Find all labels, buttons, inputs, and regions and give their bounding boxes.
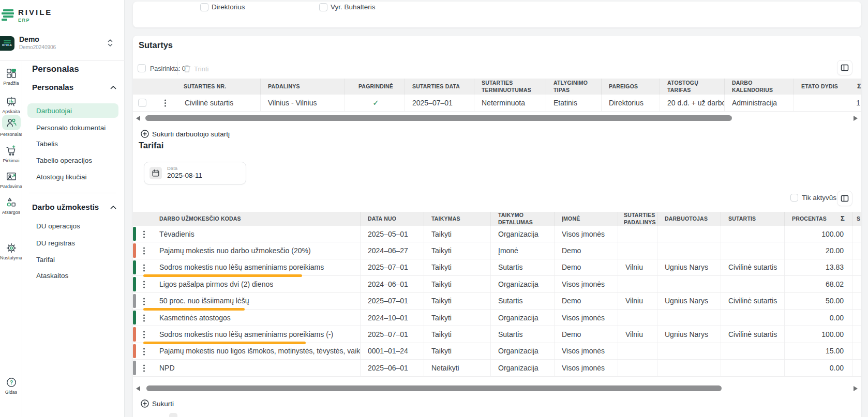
tariff-row[interactable]: Sodros mokestis nuo lėšų asmeniniams por… bbox=[133, 326, 861, 343]
row-menu-icon[interactable] bbox=[143, 267, 145, 269]
sum-icon[interactable]: Σ bbox=[857, 82, 861, 90]
col-sutarties-padalinys[interactable]: SUTARTIES PADALINYS bbox=[618, 212, 657, 226]
sidebar-item-darbuotojai[interactable]: Darbuotojai bbox=[36, 107, 72, 115]
shapes-icon bbox=[6, 197, 17, 208]
col-du-kodas[interactable]: DARBO UŽMOKESČIO KODAS bbox=[133, 212, 361, 226]
rail-item-atsargos[interactable]: Atsargos bbox=[0, 197, 22, 215]
scroll-left-arrow[interactable] bbox=[136, 116, 140, 121]
row-menu-icon[interactable] bbox=[143, 284, 145, 285]
row-menu-icon[interactable] bbox=[143, 317, 145, 319]
col-imone[interactable]: ĮMONĖ bbox=[555, 212, 618, 226]
row-menu-icon[interactable] bbox=[143, 250, 145, 252]
sutartys-scrollbar bbox=[133, 115, 861, 123]
sidebar-item-du-registras[interactable]: DU registras bbox=[36, 239, 75, 247]
rail-item-nustatymai[interactable]: Nustatymai bbox=[0, 242, 22, 260]
scroll-thumb[interactable] bbox=[145, 115, 732, 121]
tariff-padalinys bbox=[618, 242, 657, 258]
col-taikymas[interactable]: TAIKYMAS bbox=[424, 212, 491, 226]
tariff-code: Tėvadienis bbox=[159, 230, 194, 238]
tariff-procentas: 68.02 bbox=[785, 276, 852, 292]
rail-item-pardavimai[interactable]: Pardavimai bbox=[0, 171, 22, 189]
col-darbo-kalendorius[interactable]: DARBO KALENDORIUS bbox=[725, 79, 794, 95]
sutartys-columns-button[interactable] bbox=[837, 60, 852, 75]
rail-item-pradzia[interactable]: Pradžia bbox=[0, 68, 22, 86]
rail-item-apskaita[interactable]: Apskaita bbox=[0, 96, 22, 114]
rail-item-personalas[interactable]: Personalas bbox=[0, 115, 22, 137]
rail-item-gidas[interactable]: ? Gidas bbox=[0, 377, 22, 395]
col-pagrindine[interactable]: PAGRINDINĖ bbox=[345, 79, 405, 95]
col-etato-dydis[interactable]: ETATO DYDIS Σ bbox=[794, 79, 861, 95]
tariff-row[interactable]: Tėvadienis 2025–05–01 Taikyti Organizaci… bbox=[133, 226, 861, 242]
sidebar-section-darbo-uzmokestis[interactable]: Darbo užmokestis bbox=[32, 203, 116, 211]
active-only-checkbox[interactable] bbox=[790, 194, 798, 202]
col-sutartis[interactable]: SUTARTIS bbox=[721, 212, 785, 226]
svg-text:?: ? bbox=[9, 380, 12, 385]
col-clipped[interactable]: S bbox=[852, 212, 861, 226]
sidebar-item-ataskaitos[interactable]: Ataskaitos bbox=[36, 272, 68, 280]
row-checkbox[interactable] bbox=[138, 99, 146, 107]
col-darbuotojas[interactable]: DARBUOTOJAS bbox=[657, 212, 721, 226]
app-screen: RIVILE ERP RIVILE Demo Demo20240906 Prad… bbox=[0, 0, 868, 417]
create-contract-button[interactable]: Sukurti darbuotojo sutartį bbox=[141, 130, 230, 138]
col-atlyginimo-tipas[interactable]: ATLYGINIMO TIPAS bbox=[546, 79, 602, 95]
date-filter-value: 2025-08-11 bbox=[167, 172, 202, 179]
tariff-sutartis bbox=[721, 310, 785, 326]
tariff-row[interactable]: Kasmetinės atostogos 2024–10–01 Taikyti … bbox=[133, 310, 861, 326]
tariff-row[interactable]: Ligos pašalpa pirmos dvi (2) dienos 2024… bbox=[133, 276, 861, 292]
col-atostogu-tarifas[interactable]: ATOSTOGŲ TARIFAS bbox=[660, 79, 725, 95]
rail-item-pirkimai[interactable]: Pirkimai bbox=[0, 145, 22, 163]
vyr-buhalteris-checkbox[interactable] bbox=[319, 3, 327, 11]
tariff-row[interactable]: Sodros mokestis nuo lėšų asmeniniams por… bbox=[133, 259, 861, 276]
sidebar-item-tarifai[interactable]: Tarifai bbox=[36, 256, 55, 264]
tariff-row[interactable]: 50 proc. nuo išsiimamų lėšų 2025–07–01 T… bbox=[133, 293, 861, 310]
tariff-row[interactable]: NPD 2025–06–01 Netaikyti Organizacija Vi… bbox=[133, 360, 861, 376]
workspace-selector[interactable]: RIVILE Demo Demo20240906 bbox=[0, 35, 125, 56]
calendar-icon[interactable] bbox=[149, 167, 162, 179]
direktorius-checkbox[interactable] bbox=[200, 3, 208, 11]
col-pareigos[interactable]: PAREIGOS bbox=[602, 79, 660, 95]
tariff-detalumas: Sutartis bbox=[491, 326, 555, 342]
sidebar-item-atostogu-likuciai[interactable]: Atostogų likučiai bbox=[36, 173, 87, 181]
scroll-thumb[interactable] bbox=[146, 385, 722, 391]
tariff-detalumas: Sutartis bbox=[491, 259, 555, 275]
sutartys-title: Sutartys bbox=[139, 40, 173, 50]
sidebar-item-personalo-dokumentai[interactable]: Personalo dokumentai bbox=[36, 124, 106, 132]
col-data-nuo[interactable]: DATA NUO bbox=[361, 212, 424, 226]
sum-icon[interactable]: Σ bbox=[841, 214, 845, 223]
select-all-checkbox[interactable] bbox=[138, 64, 146, 72]
tariff-procentas: 15.00 bbox=[785, 343, 852, 359]
row-menu-icon[interactable] bbox=[143, 351, 145, 352]
row-menu-icon[interactable] bbox=[143, 234, 145, 235]
scroll-left-arrow[interactable] bbox=[136, 386, 140, 391]
row-menu-icon[interactable] bbox=[143, 301, 145, 302]
col-sutarties-data[interactable]: SUTARTIES DATA bbox=[405, 79, 474, 95]
sidebar-item-tabelio-operacijos[interactable]: Tabelio operacijos bbox=[36, 157, 92, 164]
scroll-right-arrow[interactable] bbox=[854, 386, 858, 391]
contract-row[interactable]: Civilinė sutartis Vilnius - Vilnius ✓ 20… bbox=[133, 95, 861, 112]
sidebar-item-du-operacijos[interactable]: DU operacijos bbox=[36, 222, 80, 230]
col-sutarties-nr[interactable]: SUTARTIES NR. bbox=[133, 79, 261, 95]
scroll-right-arrow[interactable] bbox=[854, 116, 858, 121]
row-menu-icon[interactable] bbox=[143, 334, 145, 335]
col-terminuotumas[interactable]: SUTARTIES TERMINUOTUMAS bbox=[474, 79, 546, 95]
tariff-imone: Demo bbox=[555, 242, 618, 258]
workspace-switch-icon[interactable] bbox=[107, 38, 113, 50]
row-menu-icon[interactable] bbox=[143, 367, 145, 369]
top-filter-card: Direktorius Vyr. Buhalteris bbox=[133, 2, 861, 27]
row-status-bar bbox=[133, 260, 136, 274]
sidebar-item-tabelis[interactable]: Tabelis bbox=[36, 140, 58, 148]
tariff-darbuotojas: Ugnius Narys bbox=[657, 293, 721, 309]
col-padalinys[interactable]: PADALINYS bbox=[261, 79, 345, 95]
create-tariff-button[interactable]: Sukurti bbox=[141, 399, 174, 408]
date-filter-input[interactable]: Data 2025-08-11 bbox=[144, 162, 246, 184]
col-procentas[interactable]: PROCENTAS Σ bbox=[785, 212, 852, 226]
tariff-imone: Demo bbox=[555, 259, 618, 275]
col-taikymo-detalumas[interactable]: TAIKYMO DETALUMAS bbox=[491, 212, 555, 226]
row-menu-icon[interactable] bbox=[164, 102, 166, 104]
row-status-bar bbox=[133, 277, 136, 291]
delete-button[interactable]: Trinti bbox=[194, 65, 208, 73]
tariff-row[interactable]: Pajamų mokestis nuo darbo užmokesčio (20… bbox=[133, 242, 861, 259]
tarifai-columns-button[interactable] bbox=[837, 191, 852, 206]
sidebar-section-personalas[interactable]: Personalas bbox=[32, 83, 116, 91]
tariff-row[interactable]: Pajamų mokestis nuo ligos išmokos, motin… bbox=[133, 343, 861, 360]
